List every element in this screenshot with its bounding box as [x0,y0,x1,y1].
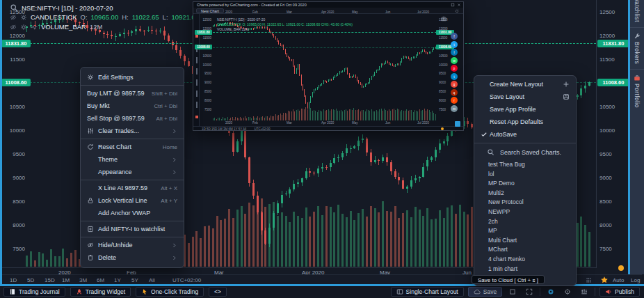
menu-item-reset-chart[interactable]: Reset ChartHome [81,141,184,153]
wrench-icon [634,33,641,40]
rocket-icon [76,288,83,295]
popup-tab-new-chart[interactable]: New Chart [196,8,224,13]
menu-item-lock-vertical-line[interactable]: Lock Vertical LineAlt + Y [81,194,184,207]
price-tick: 9000 [3,175,25,181]
one-click-trading-button[interactable]: One-Click Trading [136,287,204,297]
share-twitter-icon[interactable]: t [451,41,458,48]
saved-chart-4-chart-renko[interactable]: 4 chart Renko [474,255,576,265]
share-reddit-icon[interactable]: r [451,97,458,104]
popup-timeframes[interactable]: 1D 5D 15D 1M 3M 6M 1Y 5Y All [202,127,246,131]
share-telegram-icon[interactable]: t [451,73,458,80]
menu-item-create-new-layout[interactable]: Create New Layout [474,78,576,91]
timezone-label[interactable]: UTC+02:00 [172,277,201,283]
publish-button[interactable]: Publish [599,287,640,297]
share-quora-icon[interactable]: q [451,89,458,96]
auto-scale-toggle[interactable]: Auto [613,277,624,283]
saved-chart-new-protocol[interactable]: New Protocol [474,198,576,207]
share-facebook-icon[interactable]: f [451,33,458,40]
chart-preview-popup: Charts powered by GoCharting.com - Creat… [193,1,464,131]
menu-item-delete[interactable]: Delete [81,251,184,264]
price-label-last-right: 11008.60 [597,79,629,86]
share-gmail-icon[interactable]: g [451,81,458,88]
menu-item-x-line-at-9897-59[interactable]: X Line At 9897.59Alt + X [81,182,184,194]
menu-item-appearance[interactable]: Appearance [81,166,184,178]
volume-value: 12M [90,23,102,31]
share-more-icon[interactable]: m [451,105,458,112]
price-tick: 7500 [3,246,25,252]
trading-widget-button[interactable]: Trading Widget [70,287,131,297]
save-button[interactable]: Save [468,287,502,297]
target-button-button[interactable] [561,287,574,297]
grid-view-icon[interactable] [585,276,593,284]
menu-item-save-app-profile[interactable]: Save App Profile [474,103,576,116]
saved-chart-1-min-chart[interactable]: 1 min chart [474,265,576,274]
saved-chart-2ch[interactable]: 2ch [474,217,576,227]
popup-maximize-icon[interactable] [451,3,455,7]
menu-item-clear-trades[interactable]: Clear Trades... [81,125,184,137]
saved-chart-lol[interactable]: lol [474,170,576,180]
menu-item-reset-app-defaults[interactable]: Reset App Defaults [474,116,576,128]
menu-item-save-layout[interactable]: Save Layout [474,91,576,103]
sidebar-tab-watchlist[interactable]: Watchlist [630,0,644,27]
timeframe-5y[interactable]: 5Y [131,277,138,283]
saved-chart-multi2[interactable]: Multi2 [474,189,576,198]
favorite-star-icon[interactable] [600,276,609,284]
saved-chart-newpp[interactable]: NEWPP [474,207,576,217]
price-tick: 10500 [599,104,615,110]
refresh-icon[interactable] [455,9,459,13]
chevron-right-icon [171,255,177,261]
share-linkedin-icon[interactable]: l [451,49,458,56]
sidebar-tab-brokers[interactable]: Brokers [630,28,644,69]
series-settings-icon[interactable] [20,14,27,21]
timeframe-all[interactable]: All [149,277,155,283]
menu-item-theme[interactable]: Theme [81,153,184,166]
toolbar-divider [540,288,540,296]
menu-item-add-nifty-i-to-watchlist[interactable]: Add NIFTY-I to watchlist [81,223,184,235]
saved-charts-search[interactable]: Search Saved Charts. [474,143,576,160]
saved-chart-mchart[interactable]: MChart [474,245,576,255]
price-tick: 10500 [3,104,25,110]
saved-chart-multi-chart[interactable]: Multi Chart [474,236,576,246]
hide-volume-icon[interactable] [10,24,17,31]
single-chart-layout-button[interactable]: Single-Chart Layout [391,287,464,297]
popup-legend-title: NSE:NIFTY-I [1D] - 2020-07-20 [217,17,265,22]
hide-series-icon[interactable] [10,14,17,21]
popup-close-icon[interactable] [457,3,461,7]
circlecam-button-button[interactable] [545,287,557,297]
trading-journal-button[interactable]: Trading Journal [3,287,65,297]
menu-item-autosave[interactable]: AutoSave [474,128,576,141]
timeframe-1m[interactable]: 1M [62,277,70,283]
price-tick: 9500 [3,151,25,157]
columns-icon [396,288,403,295]
abacus-button-button[interactable] [578,287,590,297]
square-button-button[interactable] [506,287,519,297]
log-scale-toggle[interactable]: Log [631,277,640,283]
popup-scroll-to-end-button[interactable] [455,121,460,127]
timeframe-6m[interactable]: 6M [97,277,104,283]
menu-item-add-anchor-vwap[interactable]: Add Anchor VWAP [81,207,184,219]
saved-chart-mp[interactable]: MP [474,226,576,236]
timeframe-15d[interactable]: 15D [45,277,55,283]
camera-icon[interactable] [441,16,446,22]
popup-timezone[interactable]: UTC+02:00 [254,127,270,131]
timeframe-3m[interactable]: 3M [79,277,87,283]
timeframe-5d[interactable]: 5D [27,277,34,283]
menu-item-hide-unhide[interactable]: Hide/Unhide [81,239,184,251]
volume-settings-icon[interactable] [20,24,27,31]
price-tick: 8000 [599,222,612,228]
timeframe-1y[interactable]: 1Y [114,277,121,283]
saved-chart-test-thea-bug[interactable]: test Thea Bug [474,160,576,170]
price-tick: 8500 [3,198,25,205]
share-whatsapp-icon[interactable]: w [451,57,458,64]
timeframe-1d[interactable]: 1D [10,277,17,283]
menu-item-buy-lmt-9897-59[interactable]: Buy LMT @ 9897.59Shift + Dbl [81,87,184,100]
share-pinterest-icon[interactable]: p [451,65,458,72]
sidebar-tab-portfolio[interactable]: Portfolio [630,70,644,113]
saved-chart-mp-demo[interactable]: MP Demo [474,179,576,189]
menu-item-edit-settings[interactable]: Edit Settings [81,71,184,84]
expand-button-button[interactable] [523,287,536,297]
menu-item-sell-stop-9897-59[interactable]: Sell Stop @ 9897.59Alt + Dbl [81,112,184,125]
menu-item-buy-mkt[interactable]: Buy MktCtrl + Dbl [81,100,184,112]
-button[interactable]: <> [209,287,227,297]
magnifier-icon[interactable] [10,3,18,12]
